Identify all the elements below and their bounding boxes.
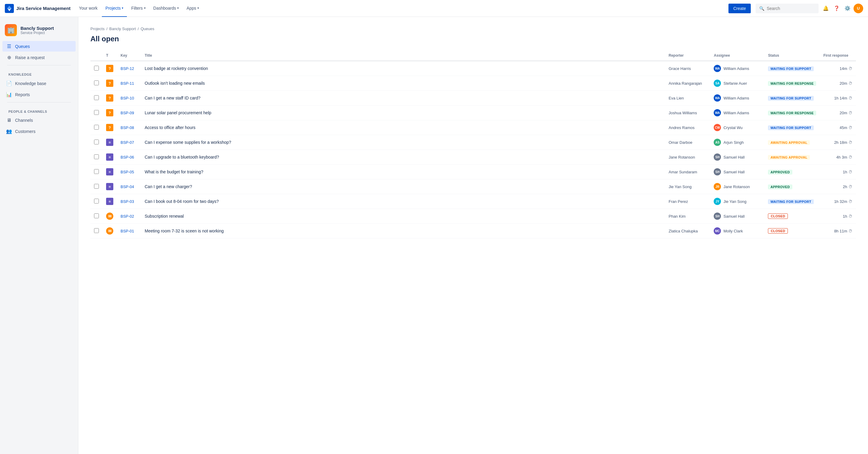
row-first-response-cell: 1h 32m ⏱: [820, 194, 856, 209]
type-icon: ?: [106, 65, 113, 72]
filters-chevron-icon: ▾: [144, 6, 146, 10]
first-response-value: 1h: [843, 214, 847, 218]
sidebar-item-channels[interactable]: 🖥 Channels: [2, 115, 76, 125]
row-key-link[interactable]: BSP-02: [121, 214, 134, 218]
row-key-link[interactable]: BSP-06: [121, 155, 134, 159]
notifications-button[interactable]: 🔔: [821, 4, 831, 13]
row-checkbox[interactable]: [94, 199, 99, 204]
row-key-link[interactable]: BSP-05: [121, 170, 134, 174]
row-key-cell: BSP-01: [117, 224, 141, 238]
row-checkbox[interactable]: [94, 125, 99, 130]
col-header-check: [90, 50, 102, 61]
row-checkbox[interactable]: [94, 169, 99, 174]
table-row: ? BSP-11 Outlook isn't loading new email…: [90, 76, 856, 91]
assignee-name: Stefanie Auer: [723, 81, 747, 86]
row-checkbox[interactable]: [94, 140, 99, 144]
col-header-key: Key: [117, 50, 141, 61]
row-key-link[interactable]: BSP-04: [121, 184, 134, 189]
row-type-cell: ?: [102, 76, 117, 91]
row-title-cell: Access to office after hours: [141, 120, 665, 135]
breadcrumb-projects[interactable]: Projects: [90, 27, 104, 31]
channels-icon: 🖥: [6, 118, 12, 123]
sidebar-item-label-channels: Channels: [15, 118, 33, 123]
row-status-cell: CLOSED: [764, 224, 820, 238]
row-checkbox[interactable]: [94, 184, 99, 189]
row-checkbox[interactable]: [94, 213, 99, 218]
row-reporter-cell: Fran Perez: [665, 194, 710, 209]
row-type-cell: ≡: [102, 164, 117, 179]
nav-filters[interactable]: Filters ▾: [127, 0, 149, 17]
nav-projects[interactable]: Projects ▾: [102, 0, 127, 17]
col-header-assignee: Assignee: [710, 50, 764, 61]
row-checkbox[interactable]: [94, 154, 99, 159]
sidebar-project: 🏢 Bancly Support Service Project: [0, 22, 78, 41]
row-reporter: Grace Harris: [669, 66, 691, 71]
row-title-cell: Can I upgrade to a bluetooth keyboard?: [141, 150, 665, 164]
sidebar-item-knowledge-base[interactable]: 📄 Knowledge base: [2, 78, 76, 89]
row-checkbox[interactable]: [94, 81, 99, 85]
clock-icon: ⏱: [848, 140, 852, 145]
col-header-title: Title: [141, 50, 665, 61]
sidebar-item-raise-request[interactable]: ⊕ Raise a request: [2, 52, 76, 63]
app-logo[interactable]: Jira Service Management: [5, 4, 70, 13]
row-key-link[interactable]: BSP-11: [121, 81, 134, 86]
assignee-name: Crystal Wu: [723, 125, 742, 130]
row-key-link[interactable]: BSP-08: [121, 125, 134, 130]
table-row: ? BSP-09 Lunar solar panel procurement h…: [90, 105, 856, 120]
search-input[interactable]: [767, 6, 815, 11]
settings-button[interactable]: ⚙️: [843, 4, 852, 13]
dashboards-chevron-icon: ▾: [177, 6, 179, 10]
row-status-cell: WAITING FOR SUPPORT: [764, 120, 820, 135]
row-checkbox[interactable]: [94, 66, 99, 70]
assignee-cell: SH Samuel Hall: [714, 168, 761, 176]
row-title: What is the budget for training?: [145, 170, 204, 174]
sidebar-item-queues[interactable]: ☰ Queues: [2, 41, 76, 52]
nav-your-work[interactable]: Your work: [75, 0, 101, 17]
assignee-cell: WA William Adams: [714, 94, 761, 101]
sidebar: 🏢 Bancly Support Service Project ☰ Queue…: [0, 17, 79, 454]
row-key-link[interactable]: BSP-03: [121, 199, 134, 204]
breadcrumb-bancly-support[interactable]: Bancly Support: [110, 27, 136, 31]
row-assignee-cell: JR Jane Rotanson: [710, 179, 764, 194]
row-type-cell: ≡: [102, 135, 117, 150]
row-title: Can I get a new staff ID card?: [145, 96, 200, 100]
assignee-cell: WA William Adams: [714, 109, 761, 116]
row-checkbox[interactable]: [94, 110, 99, 115]
row-key-link[interactable]: BSP-09: [121, 111, 134, 115]
sidebar-item-reports[interactable]: 📊 Reports: [2, 89, 76, 100]
row-type-cell: ?: [102, 105, 117, 120]
row-assignee-cell: SH Samuel Hall: [710, 150, 764, 164]
row-key-link[interactable]: BSP-07: [121, 140, 134, 145]
assignee-cell: CW Crystal Wu: [714, 124, 761, 131]
row-key-cell: BSP-11: [117, 76, 141, 91]
row-reporter-cell: Annika Rangarajan: [665, 76, 710, 91]
row-key-link[interactable]: BSP-12: [121, 66, 134, 71]
row-key-link[interactable]: BSP-10: [121, 96, 134, 100]
first-response: 2h 18m ⏱: [824, 140, 852, 145]
clock-icon: ⏱: [848, 184, 852, 189]
help-button[interactable]: ❓: [832, 4, 841, 13]
row-checkbox-cell: [90, 76, 102, 91]
create-button[interactable]: Create: [728, 4, 751, 13]
row-checkbox[interactable]: [94, 95, 99, 100]
row-reporter-cell: Phan Kim: [665, 209, 710, 224]
search-box[interactable]: 🔍: [755, 4, 818, 13]
sidebar-item-customers[interactable]: 👥 Customers: [2, 126, 76, 137]
type-icon: ✉: [106, 213, 113, 220]
status-badge: CLOSED: [768, 228, 788, 234]
nav-dashboards[interactable]: Dashboards ▾: [150, 0, 183, 17]
project-type: Service Project: [21, 31, 54, 35]
nav-apps[interactable]: Apps ▾: [183, 0, 203, 17]
breadcrumb-queues[interactable]: Queues: [141, 27, 154, 31]
type-icon: ?: [106, 124, 113, 131]
row-key-link[interactable]: BSP-01: [121, 229, 134, 233]
first-response: 2h ⏱: [824, 184, 852, 189]
row-checkbox[interactable]: [94, 228, 99, 233]
assignee-avatar: MC: [714, 227, 721, 235]
row-reporter: Eva Lien: [669, 96, 684, 100]
table-row: ✉ BSP-02 Subscription renewal Phan Kim S…: [90, 209, 856, 224]
row-assignee-cell: SH Samuel Hall: [710, 209, 764, 224]
row-status-cell: WAITING FOR SUPPORT: [764, 61, 820, 76]
row-reporter-cell: Zlatica Chalupka: [665, 224, 710, 238]
user-avatar[interactable]: U: [854, 4, 863, 13]
